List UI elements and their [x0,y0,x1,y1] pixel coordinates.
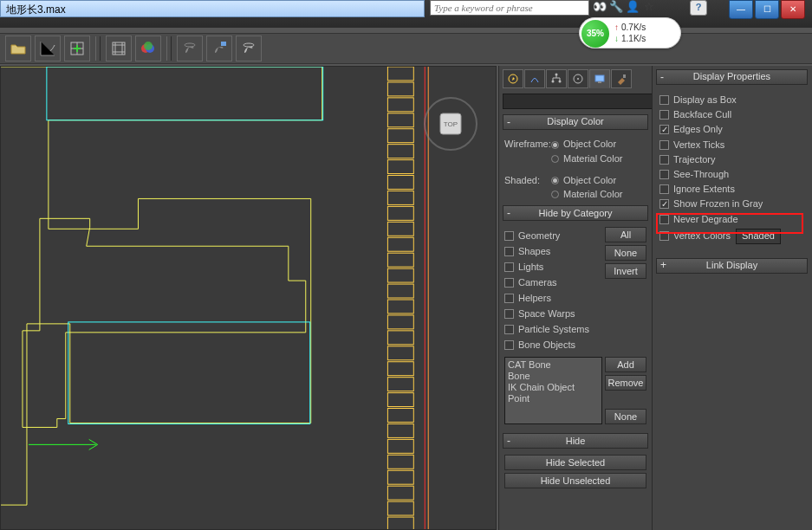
window-title: 地形长3.max [0,0,425,17]
container-button[interactable] [64,36,90,61]
download-speed: 1.1K/s [614,34,646,44]
hide-cat-check[interactable] [504,278,514,288]
dp-check[interactable] [659,95,669,105]
render-setup-button[interactable] [177,36,203,61]
help-button[interactable]: ? [690,0,707,16]
file-open-button[interactable] [5,36,31,61]
hide-unselected-button[interactable]: Hide Unselected [504,473,646,488]
curve-editor-button[interactable] [35,36,61,61]
dp-check[interactable] [659,125,669,134]
wf-object-radio[interactable] [551,141,559,149]
title-icons: 👀 🔧 👤 ☆ [593,0,656,16]
vertex-colors-shaded-button[interactable]: Shaded [736,229,781,244]
tab-create[interactable] [503,69,523,88]
svg-rect-29 [387,362,413,376]
remove-cat-button[interactable]: Remove [605,375,646,391]
hide-all-button[interactable]: All [605,227,646,242]
svg-rect-12 [387,98,413,112]
render-button[interactable] [236,36,262,61]
rollout-hide-category[interactable]: -Hide by Category [503,205,648,221]
svg-rect-53 [598,81,601,83]
minimize-button[interactable]: — [729,0,753,19]
hide-cat-label: Bone Objects [518,339,575,351]
binoculars-icon[interactable]: 👀 [593,0,607,14]
svg-point-51 [577,78,579,80]
material-editor-button[interactable] [135,36,161,61]
hide-cat-check[interactable] [504,247,514,256]
tab-modify[interactable] [524,69,545,88]
rollout-display-props[interactable]: -Display Properties [656,69,808,85]
svg-rect-31 [387,393,413,407]
svg-rect-18 [387,191,413,204]
svg-rect-28 [387,346,413,360]
svg-rect-20 [387,222,413,236]
search-input[interactable] [431,1,588,15]
hide-cat-check[interactable] [504,294,514,303]
hide-cat-check[interactable] [504,262,514,272]
hide-cat-check[interactable] [504,340,514,350]
object-name-input[interactable] [503,94,653,109]
svg-rect-21 [387,237,413,251]
svg-rect-8 [47,67,323,120]
dp-check[interactable] [659,170,669,179]
dp-check[interactable] [659,199,669,209]
hide-cat-check[interactable] [504,231,514,241]
hide-none-button[interactable]: None [605,245,646,261]
svg-rect-24 [387,284,413,298]
viewcube[interactable]: TOP [423,96,478,152]
tab-motion[interactable] [568,69,588,88]
user-icon[interactable]: 👤 [626,0,640,14]
tab-utilities[interactable] [611,69,632,88]
hide-cat-label: Particle Systems [518,324,589,335]
svg-rect-10 [387,67,413,81]
dp-check[interactable] [659,155,669,165]
schematic-button[interactable] [106,36,132,61]
maximize-button[interactable]: ☐ [755,0,779,19]
hide-invert-button[interactable]: Invert [605,263,646,279]
star-icon[interactable]: ☆ [642,0,656,14]
svg-rect-26 [387,315,413,329]
svg-point-48 [552,81,555,83]
close-button[interactable]: ✕ [781,0,805,19]
dp-label: Vertex Ticks [673,139,724,151]
viewport-top[interactable]: TOP [0,66,497,530]
extra-categories-list[interactable]: CAT BoneBoneIK Chain ObjectPoint [504,357,602,424]
svg-rect-25 [387,300,413,313]
search-box[interactable] [430,0,589,16]
dp-label: Display as Box [673,94,737,106]
svg-rect-13 [387,113,413,127]
wf-material-radio[interactable] [551,155,559,163]
dp-check[interactable] [659,184,669,194]
rollout-display-color[interactable]: -Display Color [503,114,648,130]
wrench-icon[interactable]: 🔧 [609,0,623,14]
svg-rect-11 [387,82,413,96]
shaded-label: Shaded: [504,175,551,186]
svg-rect-30 [387,378,413,391]
svg-text:TOP: TOP [444,120,458,128]
sh-material-radio[interactable] [551,191,559,198]
hide-cat-label: Shapes [518,246,550,257]
hide-cat-label: Cameras [518,277,557,288]
hide-cat-check[interactable] [504,325,514,334]
none-cat-button[interactable]: None [605,409,646,424]
svg-point-49 [559,81,562,83]
hide-cat-label: Helpers [518,293,551,304]
dp-check[interactable] [659,215,669,224]
svg-rect-35 [387,455,413,469]
hide-selected-button[interactable]: Hide Selected [504,455,646,470]
svg-rect-32 [387,409,413,423]
svg-rect-19 [387,206,413,220]
svg-rect-22 [387,253,413,267]
tab-display[interactable] [589,69,610,88]
dp-check[interactable] [659,140,669,150]
sh-object-radio[interactable] [551,177,559,184]
dp-check[interactable] [659,110,669,120]
tab-hierarchy[interactable] [546,69,567,88]
add-cat-button[interactable]: Add [605,357,646,372]
dp-check[interactable] [659,231,669,241]
hide-cat-check[interactable] [504,309,514,319]
svg-point-7 [244,43,254,47]
rollout-hide[interactable]: -Hide [503,433,648,449]
rollout-link-display[interactable]: +Link Display [656,258,808,274]
render-frame-button[interactable] [206,36,232,61]
